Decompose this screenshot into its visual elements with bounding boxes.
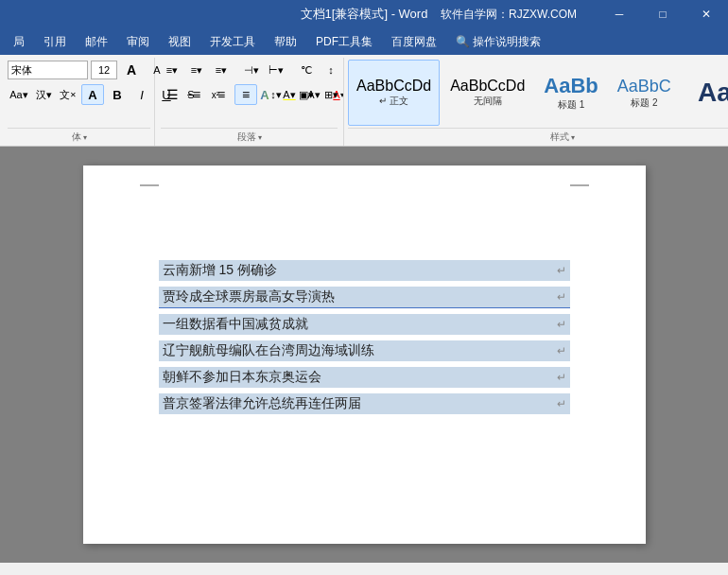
- style-normal[interactable]: AaBbCcDd ↵ 正文: [348, 60, 440, 126]
- ribbon: A A Aa▾ 汉▾ 文✕ A B I U S x² x₂ A A▾ A▾: [0, 55, 728, 147]
- doc-line-6-text: 普京签署法律允许总统再连任两届: [163, 395, 553, 412]
- page-marker-topright: [570, 184, 589, 186]
- para-row1: ≡▾ ≡▾ ≡▾ ⊣▾ ⊢▾ ℃ ↕ ¶: [161, 58, 338, 82]
- doc-line-3-text: 一组数据看中国减贫成就: [163, 316, 553, 333]
- style-no-spacing[interactable]: AaBbCcDd 无间隔: [442, 60, 533, 126]
- border-button[interactable]: ⊞▾: [320, 84, 342, 105]
- doc-line-5[interactable]: 朝鲜不参加日本东京奥运会 ↵: [159, 367, 570, 388]
- shading-button[interactable]: ▣▾: [295, 84, 318, 105]
- font-aa-button[interactable]: Aa▾: [8, 84, 30, 105]
- clear-format-button[interactable]: 文✕: [57, 84, 79, 105]
- increase-indent-button[interactable]: ⊢▾: [265, 60, 287, 80]
- align-center-button[interactable]: ≡: [185, 84, 208, 105]
- para-mark-3: ↵: [557, 318, 566, 331]
- menu-item-pdf[interactable]: PDF工具集: [306, 28, 382, 55]
- style-normal-label: ↵ 正文: [379, 95, 408, 108]
- doc-line-2-text: 贾玲成全球票房最高女导演热: [163, 288, 553, 305]
- font-size-increase[interactable]: A: [120, 60, 143, 80]
- para-mark-2: ↵: [557, 290, 566, 304]
- style-heading1-label: 标题 1: [558, 98, 584, 112]
- styles-group: AaBbCcDd ↵ 正文 AaBbCcDd 无间隔 AaBb 标题 1 AaB…: [344, 58, 728, 146]
- menu-item-bangzhu[interactable]: 帮助: [265, 28, 306, 55]
- doc-line-4-text: 辽宁舰航母编队在台湾周边海域训练: [163, 342, 553, 359]
- doc-line-4[interactable]: 辽宁舰航母编队在台湾周边海域训练 ↵: [159, 340, 570, 361]
- style-nospacing-preview: AaBbCcDd: [450, 78, 525, 95]
- menu-item-search[interactable]: 🔍 操作说明搜索: [446, 28, 550, 55]
- align-justify-button[interactable]: ≡: [234, 84, 257, 105]
- styles-group-label: 样式 ▾: [348, 128, 728, 146]
- title-bar: 文档1[兼容模式] - Word 软件自学网：RJZXW.COM ─ □ ✕: [0, 0, 728, 28]
- para-mark-5: ↵: [557, 371, 566, 384]
- para-mark-4: ↵: [557, 344, 566, 357]
- style-normal-preview: AaBbCcDd: [356, 78, 431, 95]
- line-spacing-button[interactable]: ↕▾: [265, 84, 287, 105]
- font-a-button[interactable]: A: [81, 84, 104, 105]
- menu-item-youjian[interactable]: 邮件: [76, 28, 117, 55]
- styles-gallery: AaBbCcDd ↵ 正文 AaBbCcDd 无间隔 AaBb 标题 1 AaB…: [348, 58, 728, 128]
- menu-item-shenyue[interactable]: 审阅: [117, 28, 159, 55]
- minimize-button[interactable]: ─: [598, 0, 641, 28]
- doc-line-6[interactable]: 普京签署法律允许总统再连任两届 ↵: [159, 393, 570, 414]
- font-group-label: 体 ▾: [8, 128, 150, 146]
- menu-bar: 局 引用 邮件 审阅 视图 开发工具 帮助 PDF工具集 百度网盘 🔍 操作说明…: [0, 28, 728, 55]
- font-group: A A Aa▾ 汉▾ 文✕ A B I U S x² x₂ A A▾ A▾: [4, 58, 155, 146]
- style-heading1-preview: AaBb: [544, 74, 598, 98]
- style-nospacing-label: 无间隔: [474, 95, 502, 108]
- style-heading2[interactable]: AaBbC 标题 2: [609, 60, 680, 126]
- menu-item-shitu[interactable]: 视图: [159, 28, 200, 55]
- doc-line-1[interactable]: 云南新增 15 例确诊 ↵: [159, 260, 570, 281]
- para-group: ≡▾ ≡▾ ≡▾ ⊣▾ ⊢▾ ℃ ↕ ¶ ☰ ≡ ≡ ≡ ↕▾ ▣▾ ⊞▾: [155, 58, 344, 146]
- para-mark-1: ↵: [557, 264, 566, 277]
- style-heading3-preview: Aa: [698, 78, 728, 108]
- chinese-layout-button[interactable]: ℃: [295, 60, 318, 80]
- doc-line-2[interactable]: 贾玲成全球票房最高女导演热 ↵: [159, 287, 570, 308]
- ordered-list-button[interactable]: ≡▾: [185, 60, 208, 80]
- para-group-label: 段落 ▾: [161, 128, 338, 146]
- window-controls: ─ □ ✕: [598, 0, 728, 28]
- hanzi-button[interactable]: 汉▾: [32, 84, 55, 105]
- font-expand-icon[interactable]: ▾: [83, 133, 87, 142]
- font-row2: Aa▾ 汉▾ 文✕ A B I U S x² x₂ A A▾ A▾ A ▾: [8, 82, 150, 107]
- doc-line-5-text: 朝鲜不参加日本东京奥运会: [163, 369, 553, 386]
- page-top-margin: [159, 203, 570, 260]
- align-left-button[interactable]: ☰: [161, 84, 183, 105]
- bold-button[interactable]: B: [106, 84, 129, 105]
- italic-button[interactable]: I: [130, 84, 153, 105]
- menu-item-yinyong[interactable]: 引用: [34, 28, 76, 55]
- para-expand-icon[interactable]: ▾: [258, 133, 262, 142]
- sort-button[interactable]: ↕: [320, 60, 342, 80]
- doc-line-1-text: 云南新增 15 例确诊: [163, 262, 553, 279]
- multi-level-list-button[interactable]: ≡▾: [210, 60, 233, 80]
- menu-item-baidu[interactable]: 百度网盘: [382, 28, 446, 55]
- unordered-list-button[interactable]: ≡▾: [161, 60, 183, 80]
- font-size-input[interactable]: [91, 61, 117, 79]
- document-area: 云南新增 15 例确诊 ↵ 贾玲成全球票房最高女导演热 ↵ 一组数据看中国减贫成…: [0, 147, 728, 563]
- font-name-input[interactable]: [8, 61, 88, 79]
- decrease-indent-button[interactable]: ⊣▾: [240, 60, 263, 80]
- doc-line-3[interactable]: 一组数据看中国减贫成就 ↵: [159, 314, 570, 335]
- align-right-button[interactable]: ≡: [210, 84, 233, 105]
- style-heading2-label: 标题 2: [631, 96, 657, 110]
- menu-item-ju[interactable]: 局: [4, 28, 34, 55]
- page-marker-topleft: [140, 184, 159, 186]
- close-button[interactable]: ✕: [685, 0, 728, 28]
- para-row2: ☰ ≡ ≡ ≡ ↕▾ ▣▾ ⊞▾: [161, 82, 338, 107]
- font-row1: A A: [8, 58, 150, 82]
- search-icon: 🔍: [456, 35, 470, 48]
- style-heading2-preview: AaBbC: [617, 77, 671, 96]
- style-heading3[interactable]: Aa: [682, 60, 728, 126]
- para-mark-6: ↵: [557, 397, 566, 410]
- menu-item-kaifagonju[interactable]: 开发工具: [200, 28, 265, 55]
- styles-expand-icon[interactable]: ▾: [571, 133, 575, 142]
- maximize-button[interactable]: □: [641, 0, 685, 28]
- document-page[interactable]: 云南新增 15 例确诊 ↵ 贾玲成全球票房最高女导演热 ↵ 一组数据看中国减贫成…: [83, 166, 646, 544]
- app-subtitle: 软件自学网：RJZXW.COM: [441, 7, 577, 23]
- style-heading1[interactable]: AaBb 标题 1: [535, 60, 606, 126]
